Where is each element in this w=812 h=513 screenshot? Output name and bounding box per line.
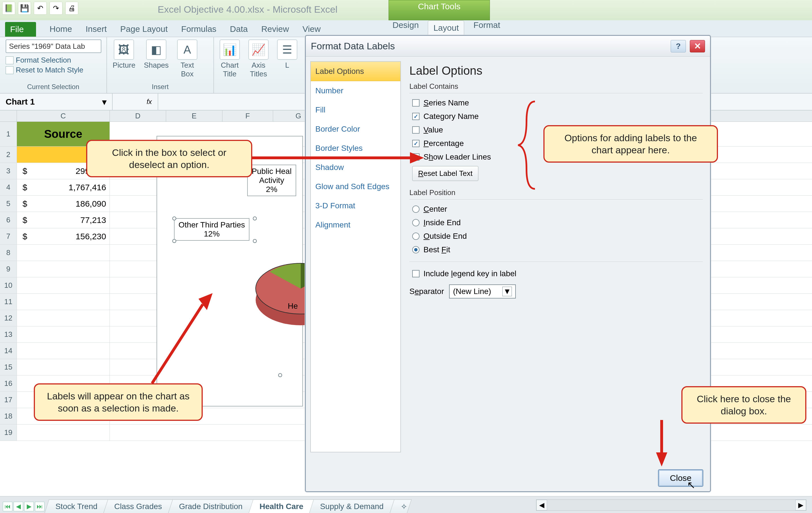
horizontal-scrollbar[interactable]: ◀▶ <box>536 500 806 511</box>
nav-label-options[interactable]: Label Options <box>311 62 400 81</box>
tab-insert[interactable]: Insert <box>86 24 107 37</box>
reset-match-style-button[interactable]: Reset to Match Style <box>6 66 101 74</box>
scroll-right-icon[interactable]: ▶ <box>795 500 806 510</box>
nav-alignment[interactable]: Alignment <box>311 215 400 235</box>
data-label-public-health[interactable]: Public Heal Activity 2% <box>247 165 296 196</box>
row-header[interactable]: 17 <box>0 392 17 408</box>
name-box-dropdown-icon[interactable]: ▾ <box>102 97 107 107</box>
prev-sheet-button[interactable]: ◀ <box>13 502 23 511</box>
row-header[interactable]: 13 <box>0 326 17 343</box>
row-header[interactable]: 6 <box>0 212 17 228</box>
radio-center[interactable]: Center <box>409 202 703 216</box>
chart-element-selector[interactable] <box>6 39 102 53</box>
row-header[interactable]: 2 <box>0 146 17 163</box>
nav-shadow[interactable]: Shadow <box>311 158 400 177</box>
tab-layout[interactable]: Layout <box>428 20 464 35</box>
col-header-c[interactable]: C <box>17 110 110 122</box>
col-header-f[interactable]: F <box>223 110 273 122</box>
format-selection-button[interactable]: Format Selection <box>6 56 101 64</box>
name-box[interactable]: Chart 1▾ <box>0 93 113 110</box>
row-header[interactable]: 11 <box>0 294 17 310</box>
save-icon[interactable]: 💾 <box>18 2 31 15</box>
checkbox-series-name[interactable]: Series Name <box>409 96 703 110</box>
row-header[interactable]: 19 <box>0 425 17 440</box>
row-header[interactable]: 9 <box>0 261 17 277</box>
nav-number[interactable]: Number <box>311 81 400 100</box>
fx-icon[interactable]: fx <box>141 93 158 110</box>
row-header[interactable]: 3 <box>0 163 17 179</box>
selection-handle[interactable] <box>172 239 176 243</box>
tab-formulas[interactable]: Formulas <box>181 24 216 37</box>
sheet-tab-class-grades[interactable]: Class Grades <box>104 500 173 513</box>
tab-format-ct[interactable]: Format <box>473 20 500 35</box>
cell-empty[interactable] <box>17 261 110 277</box>
col-header-e[interactable]: E <box>166 110 223 122</box>
nav-glow[interactable]: Glow and Soft Edges <box>311 177 400 196</box>
radio-outside-end[interactable]: Outside End <box>409 230 703 243</box>
col-header-d[interactable]: D <box>110 110 166 122</box>
text-box-button[interactable]: AText Box <box>177 39 197 78</box>
sheet-tab-stock-trend[interactable]: Stock Trend <box>45 500 108 513</box>
next-sheet-button[interactable]: ▶ <box>24 502 34 511</box>
tab-data[interactable]: Data <box>230 24 248 37</box>
first-sheet-button[interactable]: ⏮ <box>3 502 12 511</box>
tab-home[interactable]: Home <box>50 24 72 37</box>
tab-design[interactable]: Design <box>393 20 419 35</box>
nav-border-color[interactable]: Border Color <box>311 119 400 139</box>
row-header[interactable]: 7 <box>0 228 17 244</box>
reset-label-text-button[interactable]: Reset Label Text <box>412 166 478 181</box>
row-header[interactable]: 15 <box>0 359 17 375</box>
file-tab[interactable]: File <box>5 22 36 37</box>
window-close-button[interactable]: ✕ <box>690 40 705 52</box>
radio-best-fit[interactable]: Best Fit <box>409 243 703 256</box>
row-header[interactable]: 12 <box>0 310 17 326</box>
sheet-tab-health-care[interactable]: Health Care <box>249 500 314 513</box>
checkbox-legend-key[interactable]: Include legend key in label <box>409 267 703 280</box>
nav-fill[interactable]: Fill <box>311 100 400 119</box>
selection-handle[interactable] <box>172 216 176 220</box>
redo-icon[interactable]: ↷ <box>50 2 62 15</box>
selection-handle[interactable] <box>253 239 257 243</box>
cell-empty[interactable] <box>17 294 110 310</box>
legend-button[interactable]: ☰L <box>277 39 297 78</box>
row-header[interactable]: 5 <box>0 196 17 212</box>
checkbox-category-name[interactable]: Category Name <box>409 110 703 123</box>
data-label-he[interactable]: He <box>284 300 302 312</box>
excel-icon[interactable]: 📗 <box>2 2 15 15</box>
tab-page-layout[interactable]: Page Layout <box>120 24 168 37</box>
cell-empty[interactable] <box>17 326 110 343</box>
cell-value[interactable]: $186,090 <box>17 196 110 212</box>
axis-titles-button[interactable]: 📈Axis Titles <box>248 39 269 78</box>
row-header[interactable]: 10 <box>0 277 17 293</box>
tab-view[interactable]: View <box>302 24 320 37</box>
shapes-button[interactable]: ◧Shapes <box>144 39 169 78</box>
tab-review[interactable]: Review <box>261 24 289 37</box>
dialog-titlebar[interactable]: Format Data Labels ? ✕ <box>306 36 710 57</box>
row-header[interactable]: 4 <box>0 179 17 195</box>
row-header[interactable]: 8 <box>0 245 17 261</box>
help-button[interactable]: ? <box>671 40 686 52</box>
cell-value[interactable]: $77,213 <box>17 212 110 228</box>
cell-empty[interactable] <box>17 425 110 440</box>
cell-value[interactable]: $1,767,416 <box>17 179 110 195</box>
cell-empty[interactable] <box>17 245 110 261</box>
print-icon[interactable]: 🖨 <box>65 2 78 15</box>
cell-value[interactable]: $156,230 <box>17 228 110 244</box>
cell-empty[interactable] <box>17 343 110 359</box>
cell-empty[interactable] <box>17 310 110 326</box>
row-header[interactable]: 14 <box>0 343 17 359</box>
row-header[interactable]: 18 <box>0 408 17 424</box>
undo-icon[interactable]: ↶ <box>34 2 47 15</box>
last-sheet-button[interactable]: ⏭ <box>35 502 45 511</box>
separator-dropdown[interactable]: (New Line)▼ <box>449 285 516 298</box>
picture-button[interactable]: 🖼Picture <box>113 39 136 78</box>
close-button[interactable]: Close <box>658 469 703 487</box>
selection-handle[interactable] <box>278 373 282 377</box>
cell-empty[interactable] <box>17 277 110 293</box>
cell-empty[interactable] <box>17 359 110 375</box>
selection-handle[interactable] <box>253 216 257 220</box>
chart-title-button[interactable]: 📊Chart Title <box>220 39 240 78</box>
data-label-other-third-parties[interactable]: Other Third Parties 12% <box>174 218 250 241</box>
scroll-left-icon[interactable]: ◀ <box>536 500 547 510</box>
radio-inside-end[interactable]: Inside End <box>409 216 703 230</box>
